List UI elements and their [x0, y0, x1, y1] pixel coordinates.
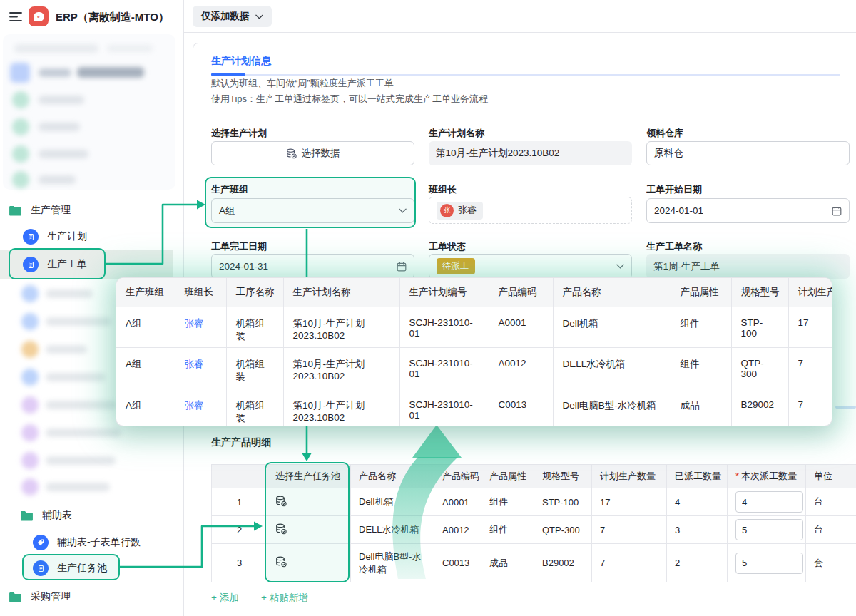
- sidebar-item-production-management[interactable]: 生产管理: [9, 200, 71, 221]
- leader-field[interactable]: 张 张睿: [429, 197, 632, 224]
- required-mark: *: [735, 471, 739, 481]
- sidebar-item-production-plan[interactable]: 生产计划: [23, 226, 87, 247]
- cell-unit: 套: [806, 544, 856, 582]
- chevron-down-icon: [616, 264, 624, 269]
- sidebar-item-task-pool[interactable]: 生产任务池: [33, 558, 107, 579]
- sidebar-item-production-order[interactable]: 生产工单: [23, 254, 87, 275]
- table-row: 3 Dell电脑B型-水冷机箱 C0013 成品 B29002 7 2 套: [212, 544, 856, 582]
- cell-process: 机箱组装: [226, 389, 283, 426]
- cell-spec: STP-100: [534, 488, 592, 516]
- col-product-code: 产品编码: [434, 465, 482, 488]
- leader-name: 张睿: [458, 204, 477, 217]
- cell-product-code: A0001: [489, 307, 553, 347]
- cell-product-name: DELL水冷机箱: [351, 516, 434, 544]
- select-data-button[interactable]: 选择数据: [211, 141, 414, 165]
- current-qty-input[interactable]: [735, 491, 803, 513]
- cell-product-attr: 成品: [671, 389, 731, 426]
- cell-plan-no: SCJH-231010-01: [399, 347, 489, 389]
- blurred-bar: [46, 483, 110, 491]
- calendar-icon: [397, 262, 407, 272]
- current-qty-input[interactable]: [735, 553, 803, 574]
- select-data-label: 选择数据: [302, 147, 340, 160]
- sidebar-header: e ERP（离散制造-MTO）: [0, 0, 184, 34]
- leader-link[interactable]: 张睿: [175, 347, 226, 389]
- document-icon: [23, 229, 39, 245]
- tab-track: [211, 74, 840, 76]
- row-index: 1: [212, 488, 268, 516]
- cell-plan-qty: 7: [788, 389, 832, 426]
- form-description-2: 使用Tips：生产工单通过标签页，可以一站式完成生产工单业务流程: [211, 93, 488, 106]
- sidebar-item-aux-tables[interactable]: 辅助表: [20, 505, 72, 526]
- paste-add-button[interactable]: + 粘贴新增: [261, 592, 308, 605]
- field-label-order-name: 生产工单名称: [646, 240, 702, 253]
- blurred-icon: [21, 341, 39, 358]
- leader-link[interactable]: 张睿: [175, 307, 226, 347]
- blurred-icon: [21, 452, 39, 469]
- warehouse-input[interactable]: 原料仓: [646, 141, 850, 165]
- cell-team: A组: [116, 307, 175, 347]
- task-pool-picker[interactable]: [268, 516, 351, 544]
- database-select-icon[interactable]: [275, 523, 287, 535]
- app-logo-icon: e: [29, 6, 49, 26]
- start-date-input[interactable]: 2024-01-01: [646, 198, 850, 223]
- sidebar-item-label: 辅助表-子表单行数: [57, 536, 141, 549]
- database-select-icon[interactable]: [275, 556, 287, 568]
- col-plan-name: 生产计划名称: [283, 278, 399, 307]
- team-select[interactable]: A组: [211, 198, 414, 223]
- blurred-bar: [46, 373, 106, 381]
- col-process: 工序名称: [226, 278, 283, 307]
- document-icon: [33, 560, 49, 576]
- task-pool-picker[interactable]: [268, 488, 351, 516]
- database-select-icon[interactable]: [275, 496, 287, 507]
- col-spec: 规格型号: [534, 465, 592, 488]
- leader-link[interactable]: 张睿: [175, 389, 226, 426]
- field-label-start-date: 工单开始日期: [646, 183, 702, 196]
- cell-dispatched-qty: 2: [667, 544, 728, 582]
- sidebar-item-aux-subform[interactable]: 辅助表-子表单行数: [33, 532, 141, 553]
- blurred-icon: [10, 63, 30, 83]
- tag-icon: [33, 535, 49, 550]
- col-spec: 规格型号: [731, 278, 788, 307]
- blurred-bar: [46, 317, 111, 326]
- folder-icon: [20, 510, 34, 521]
- cell-spec: QTP-300: [534, 516, 592, 544]
- col-product-attr: 产品属性: [671, 278, 731, 307]
- chevron-down-icon: [255, 14, 263, 19]
- blurred-bar: [14, 44, 98, 53]
- blurred-bar: [39, 150, 88, 158]
- col-select-task-pool: 选择生产任务池: [268, 465, 351, 488]
- order-name-value: 第1周-生产工单: [653, 260, 720, 273]
- cell-plan-qty: 7: [592, 516, 667, 544]
- add-row-button[interactable]: + 添加: [211, 592, 239, 605]
- blurred-icon: [21, 478, 39, 496]
- blurred-icon: [12, 118, 29, 135]
- table-row[interactable]: A组 张睿 机箱组装 第10月-生产计划2023.10B02 SCJH-2310…: [116, 307, 832, 347]
- mode-dropdown-label: 仅添加数据: [201, 10, 250, 23]
- sidebar-collapse-icon[interactable]: [9, 11, 22, 25]
- task-pool-picker[interactable]: [268, 544, 351, 582]
- plan-name-value: 第10月-生产计划2023.10B02: [436, 147, 559, 160]
- table-row[interactable]: A组 张睿 机箱组装 第10月-生产计划2023.10B02 SCJH-2310…: [116, 347, 832, 389]
- col-product-code: 产品编码: [489, 278, 553, 307]
- cell-plan-no: SCJH-231010-01: [399, 307, 489, 347]
- cell-team: A组: [116, 347, 175, 389]
- sidebar-item-purchase-management[interactable]: 采购管理: [9, 586, 71, 607]
- tab-production-plan-info[interactable]: 生产计划信息: [211, 55, 271, 68]
- blurred-bar: [77, 67, 144, 78]
- current-qty-input[interactable]: [735, 519, 803, 540]
- warehouse-value: 原料仓: [654, 147, 683, 160]
- cell-dispatched-qty: 4: [667, 488, 728, 516]
- cell-process: 机箱组装: [226, 347, 283, 389]
- finish-date-input[interactable]: 2024-01-31: [211, 254, 414, 279]
- col-product-name: 产品名称: [553, 278, 671, 307]
- cell-product-code: A0012: [434, 516, 482, 544]
- status-select[interactable]: 待派工: [429, 254, 632, 279]
- col-team: 生产班组: [116, 278, 175, 307]
- finish-date-value: 2024-01-31: [219, 261, 268, 272]
- form-description-1: 默认为班组、车间做“周”颗粒度生产派工工单: [211, 77, 394, 90]
- mode-dropdown-button[interactable]: 仅添加数据: [193, 6, 272, 27]
- row-index: 3: [212, 544, 268, 582]
- col-unit: 单位: [806, 465, 856, 488]
- table-row[interactable]: A组 张睿 机箱组装 第10月-生产计划2023.10B02 SCJH-2310…: [116, 389, 832, 426]
- field-label-leader: 班组长: [429, 183, 457, 196]
